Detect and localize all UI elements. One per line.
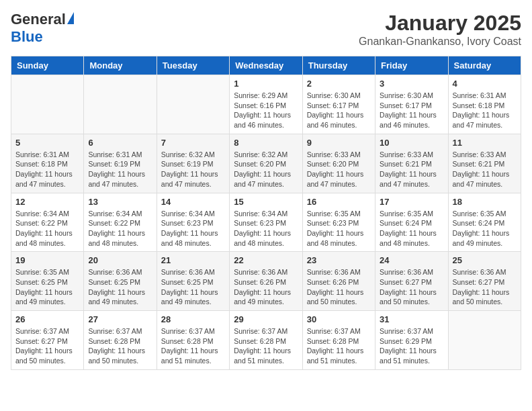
- calendar-day-cell: 4Sunrise: 6:31 AMSunset: 6:18 PMDaylight…: [448, 75, 521, 134]
- day-info: Sunrise: 6:37 AMSunset: 6:29 PMDaylight:…: [380, 326, 443, 366]
- day-number: 15: [234, 197, 298, 207]
- day-number: 28: [161, 314, 225, 324]
- calendar-week-row: 19Sunrise: 6:35 AMSunset: 6:25 PMDayligh…: [11, 252, 521, 311]
- calendar-day-cell: 6Sunrise: 6:31 AMSunset: 6:19 PMDaylight…: [84, 134, 157, 193]
- day-info: Sunrise: 6:31 AMSunset: 6:18 PMDaylight:…: [453, 91, 517, 130]
- day-info: Sunrise: 6:33 AMSunset: 6:21 PMDaylight:…: [380, 150, 443, 189]
- day-number: 14: [161, 197, 225, 207]
- day-info: Sunrise: 6:36 AMSunset: 6:27 PMDaylight:…: [453, 267, 517, 307]
- calendar-day-cell: 15Sunrise: 6:34 AMSunset: 6:23 PMDayligh…: [230, 193, 302, 252]
- calendar-day-cell: 28Sunrise: 6:37 AMSunset: 6:28 PMDayligh…: [157, 311, 229, 370]
- day-number: 23: [307, 255, 371, 265]
- calendar-day-cell: 10Sunrise: 6:33 AMSunset: 6:21 PMDayligh…: [375, 134, 448, 193]
- calendar-day-cell: 21Sunrise: 6:36 AMSunset: 6:25 PMDayligh…: [157, 252, 229, 311]
- day-of-week-header: Tuesday: [157, 56, 229, 75]
- day-info: Sunrise: 6:32 AMSunset: 6:19 PMDaylight:…: [161, 150, 225, 189]
- calendar-day-cell: 1Sunrise: 6:29 AMSunset: 6:16 PMDaylight…: [230, 75, 302, 134]
- month-title: January 2025: [359, 11, 521, 36]
- day-info: Sunrise: 6:34 AMSunset: 6:22 PMDaylight:…: [15, 209, 79, 248]
- title-section: January 2025 Gnankan-Gnankanso, Ivory Co…: [359, 11, 521, 48]
- day-number: 1: [234, 79, 298, 89]
- day-info: Sunrise: 6:34 AMSunset: 6:23 PMDaylight:…: [234, 209, 298, 248]
- calendar-week-row: 5Sunrise: 6:31 AMSunset: 6:18 PMDaylight…: [11, 134, 521, 193]
- day-number: 16: [307, 197, 371, 207]
- day-number: 3: [380, 79, 443, 89]
- calendar-day-cell: 30Sunrise: 6:37 AMSunset: 6:28 PMDayligh…: [302, 311, 375, 370]
- calendar-week-row: 12Sunrise: 6:34 AMSunset: 6:22 PMDayligh…: [11, 193, 521, 252]
- logo-triangle-icon: [67, 12, 74, 24]
- day-info: Sunrise: 6:34 AMSunset: 6:23 PMDaylight:…: [161, 209, 225, 248]
- calendar-day-cell: 14Sunrise: 6:34 AMSunset: 6:23 PMDayligh…: [157, 193, 229, 252]
- days-of-week-row: SundayMondayTuesdayWednesdayThursdayFrid…: [11, 56, 521, 75]
- calendar-day-cell: 26Sunrise: 6:37 AMSunset: 6:27 PMDayligh…: [11, 311, 84, 370]
- day-number: 6: [88, 138, 152, 148]
- logo-general-text: General: [11, 11, 66, 28]
- day-number: 24: [380, 255, 443, 265]
- calendar-day-cell: [11, 75, 84, 134]
- day-info: Sunrise: 6:32 AMSunset: 6:20 PMDaylight:…: [234, 150, 298, 189]
- day-number: 10: [380, 138, 443, 148]
- day-number: 29: [234, 314, 298, 324]
- day-info: Sunrise: 6:31 AMSunset: 6:19 PMDaylight:…: [88, 150, 152, 189]
- day-info: Sunrise: 6:29 AMSunset: 6:16 PMDaylight:…: [234, 91, 298, 130]
- day-info: Sunrise: 6:34 AMSunset: 6:22 PMDaylight:…: [88, 209, 152, 248]
- calendar-day-cell: 31Sunrise: 6:37 AMSunset: 6:29 PMDayligh…: [375, 311, 448, 370]
- calendar-day-cell: 3Sunrise: 6:30 AMSunset: 6:17 PMDaylight…: [375, 75, 448, 134]
- day-number: 21: [161, 255, 225, 265]
- day-number: 26: [15, 314, 79, 324]
- day-number: 4: [453, 79, 517, 89]
- calendar-day-cell: 8Sunrise: 6:32 AMSunset: 6:20 PMDaylight…: [230, 134, 302, 193]
- calendar-day-cell: [84, 75, 157, 134]
- calendar-week-row: 1Sunrise: 6:29 AMSunset: 6:16 PMDaylight…: [11, 75, 521, 134]
- day-number: 20: [88, 255, 152, 265]
- calendar-day-cell: 18Sunrise: 6:35 AMSunset: 6:24 PMDayligh…: [448, 193, 521, 252]
- day-info: Sunrise: 6:36 AMSunset: 6:26 PMDaylight:…: [234, 267, 298, 307]
- calendar-table: SundayMondayTuesdayWednesdayThursdayFrid…: [11, 56, 521, 370]
- day-number: 19: [15, 255, 79, 265]
- day-number: 27: [88, 314, 152, 324]
- day-of-week-header: Saturday: [448, 56, 521, 75]
- day-number: 25: [453, 255, 517, 265]
- day-info: Sunrise: 6:35 AMSunset: 6:25 PMDaylight:…: [15, 267, 79, 307]
- day-number: 11: [453, 138, 517, 148]
- day-info: Sunrise: 6:35 AMSunset: 6:23 PMDaylight:…: [307, 209, 371, 248]
- calendar-day-cell: 2Sunrise: 6:30 AMSunset: 6:17 PMDaylight…: [302, 75, 375, 134]
- day-number: 5: [15, 138, 79, 148]
- calendar-day-cell: 16Sunrise: 6:35 AMSunset: 6:23 PMDayligh…: [302, 193, 375, 252]
- calendar-day-cell: 27Sunrise: 6:37 AMSunset: 6:28 PMDayligh…: [84, 311, 157, 370]
- day-of-week-header: Monday: [84, 56, 157, 75]
- calendar-day-cell: 7Sunrise: 6:32 AMSunset: 6:19 PMDaylight…: [157, 134, 229, 193]
- day-info: Sunrise: 6:31 AMSunset: 6:18 PMDaylight:…: [15, 150, 79, 189]
- day-number: 2: [307, 79, 371, 89]
- day-info: Sunrise: 6:30 AMSunset: 6:17 PMDaylight:…: [307, 91, 371, 130]
- day-number: 7: [161, 138, 225, 148]
- day-number: 9: [307, 138, 371, 148]
- day-info: Sunrise: 6:36 AMSunset: 6:26 PMDaylight:…: [307, 267, 371, 307]
- day-info: Sunrise: 6:36 AMSunset: 6:25 PMDaylight:…: [161, 267, 225, 307]
- day-info: Sunrise: 6:37 AMSunset: 6:28 PMDaylight:…: [307, 326, 371, 366]
- calendar-day-cell: 20Sunrise: 6:36 AMSunset: 6:25 PMDayligh…: [84, 252, 157, 311]
- calendar-day-cell: [157, 75, 229, 134]
- day-number: 8: [234, 138, 298, 148]
- calendar-week-row: 26Sunrise: 6:37 AMSunset: 6:27 PMDayligh…: [11, 311, 521, 370]
- calendar-day-cell: 25Sunrise: 6:36 AMSunset: 6:27 PMDayligh…: [448, 252, 521, 311]
- logo: General Blue: [11, 11, 74, 46]
- day-info: Sunrise: 6:30 AMSunset: 6:17 PMDaylight:…: [380, 91, 443, 130]
- location-title: Gnankan-Gnankanso, Ivory Coast: [359, 36, 521, 48]
- calendar-day-cell: 23Sunrise: 6:36 AMSunset: 6:26 PMDayligh…: [302, 252, 375, 311]
- calendar-body: 1Sunrise: 6:29 AMSunset: 6:16 PMDaylight…: [11, 75, 521, 370]
- day-info: Sunrise: 6:37 AMSunset: 6:28 PMDaylight:…: [161, 326, 225, 366]
- calendar-day-cell: 11Sunrise: 6:33 AMSunset: 6:21 PMDayligh…: [448, 134, 521, 193]
- day-of-week-header: Thursday: [302, 56, 375, 75]
- calendar-day-cell: 19Sunrise: 6:35 AMSunset: 6:25 PMDayligh…: [11, 252, 84, 311]
- day-info: Sunrise: 6:33 AMSunset: 6:21 PMDaylight:…: [453, 150, 517, 189]
- day-info: Sunrise: 6:37 AMSunset: 6:28 PMDaylight:…: [88, 326, 152, 366]
- day-info: Sunrise: 6:36 AMSunset: 6:25 PMDaylight:…: [88, 267, 152, 307]
- calendar-day-cell: [448, 311, 521, 370]
- calendar-header: SundayMondayTuesdayWednesdayThursdayFrid…: [11, 56, 521, 75]
- day-of-week-header: Wednesday: [230, 56, 302, 75]
- day-info: Sunrise: 6:33 AMSunset: 6:20 PMDaylight:…: [307, 150, 371, 189]
- day-of-week-header: Sunday: [11, 56, 84, 75]
- calendar-day-cell: 13Sunrise: 6:34 AMSunset: 6:22 PMDayligh…: [84, 193, 157, 252]
- calendar-day-cell: 22Sunrise: 6:36 AMSunset: 6:26 PMDayligh…: [230, 252, 302, 311]
